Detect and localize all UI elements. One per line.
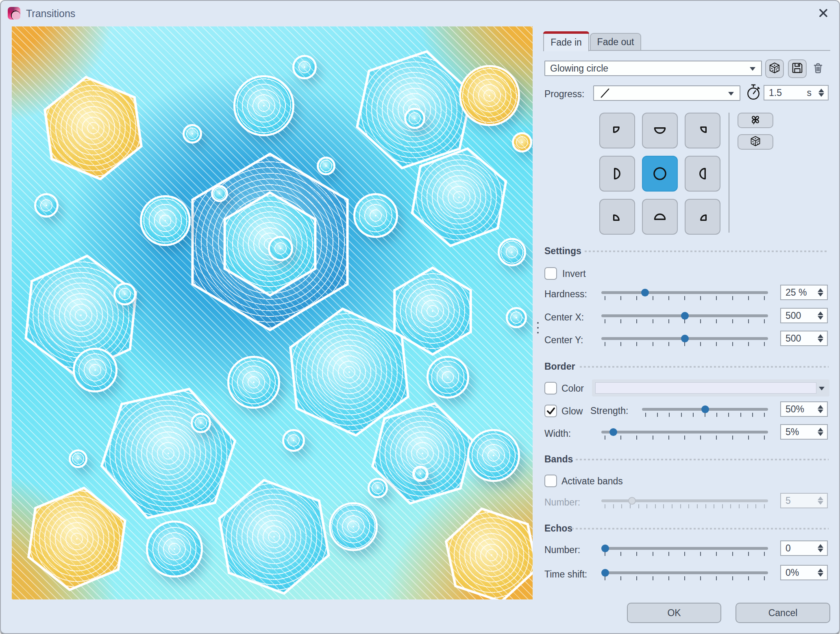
spin-up-button[interactable] bbox=[818, 334, 823, 338]
spin-up-button[interactable] bbox=[818, 497, 823, 500]
centery-spinbox[interactable]: 500 bbox=[780, 331, 828, 346]
save-preset-button[interactable] bbox=[788, 59, 807, 78]
tick bbox=[653, 576, 653, 580]
tick bbox=[693, 413, 694, 417]
tick bbox=[636, 342, 637, 346]
delete-preset-button[interactable] bbox=[809, 60, 827, 78]
stopwatch-icon bbox=[746, 96, 761, 102]
strength-spinbox[interactable]: 50% bbox=[780, 401, 828, 417]
clover-button[interactable] bbox=[738, 113, 773, 128]
pattern-circle bbox=[506, 307, 527, 328]
tick bbox=[705, 413, 705, 417]
duration-unit: s bbox=[807, 87, 812, 98]
echos_number-spinbox[interactable]: 0 bbox=[780, 540, 828, 556]
spin-up-button[interactable] bbox=[818, 405, 823, 409]
origin-bottom-right-icon bbox=[693, 207, 712, 226]
echos_number-slider-handle[interactable] bbox=[601, 545, 609, 552]
border-color-select[interactable] bbox=[592, 379, 829, 397]
spin-down-button[interactable] bbox=[818, 93, 824, 97]
random-preset-button[interactable] bbox=[765, 59, 784, 78]
pattern-circle bbox=[140, 195, 191, 246]
centerx-slider-handle[interactable] bbox=[681, 312, 689, 320]
activate-checkbox[interactable] bbox=[544, 475, 557, 487]
origin-cell-right[interactable] bbox=[685, 156, 720, 192]
time_shift-spinbox[interactable]: 0% bbox=[780, 565, 828, 580]
activate-checkbox-label: Activate bands bbox=[561, 476, 623, 487]
centery-slider-handle[interactable] bbox=[681, 335, 689, 342]
tick bbox=[657, 413, 658, 417]
spin-down-button[interactable] bbox=[818, 339, 823, 342]
pattern-circle bbox=[233, 75, 294, 136]
echos_number-slider-track[interactable] bbox=[601, 547, 768, 550]
tick bbox=[684, 342, 685, 346]
tick bbox=[668, 319, 669, 323]
origin-cell-top-left[interactable] bbox=[599, 113, 635, 148]
dice-icon bbox=[768, 62, 781, 76]
spin-down-button[interactable] bbox=[818, 293, 823, 296]
origin-top-icon bbox=[651, 121, 669, 140]
glow-checkbox[interactable] bbox=[544, 405, 557, 417]
centerx-spinbox[interactable]: 500 bbox=[780, 308, 828, 323]
tick bbox=[668, 576, 669, 580]
pattern-hexagon-fill bbox=[437, 501, 533, 599]
progress-curve-select[interactable] bbox=[593, 85, 740, 101]
tick bbox=[605, 504, 605, 508]
spin-up-button[interactable] bbox=[818, 288, 823, 292]
hardness-slider-handle[interactable] bbox=[641, 289, 649, 296]
tick bbox=[748, 296, 749, 300]
time_shift-label: Time shift: bbox=[544, 569, 587, 580]
pattern-circle bbox=[183, 124, 202, 144]
strength-slider-handle[interactable] bbox=[701, 405, 709, 413]
spin-up-button[interactable] bbox=[818, 312, 823, 315]
echos-section-rule bbox=[572, 528, 829, 529]
tick bbox=[716, 552, 717, 556]
tab-fade-in[interactable]: Fade in bbox=[543, 31, 589, 51]
width-slider-track[interactable] bbox=[601, 431, 768, 434]
tick bbox=[764, 319, 765, 323]
spin-up-button[interactable] bbox=[818, 428, 823, 431]
tick bbox=[605, 296, 605, 300]
origin-cell-bottom[interactable] bbox=[642, 199, 678, 235]
origin-cell-bottom-left[interactable] bbox=[599, 199, 635, 235]
close-button[interactable] bbox=[815, 5, 831, 21]
origin-cell-top-right[interactable] bbox=[685, 113, 720, 148]
origin-cell-bottom-right[interactable] bbox=[685, 199, 720, 235]
spin-down-button[interactable] bbox=[818, 549, 823, 552]
spin-up-button[interactable] bbox=[818, 569, 823, 572]
origin-cell-left[interactable] bbox=[599, 156, 635, 192]
spin-down-button[interactable] bbox=[818, 432, 823, 436]
width-spinbox[interactable]: 5% bbox=[780, 424, 828, 440]
tick bbox=[668, 552, 669, 556]
time_shift-slider-track[interactable] bbox=[601, 571, 768, 574]
tick bbox=[732, 296, 733, 300]
hardness-spinbox[interactable]: 25 % bbox=[780, 285, 828, 300]
tab-fade-out[interactable]: Fade out bbox=[590, 33, 641, 50]
width-slider-handle[interactable] bbox=[609, 428, 617, 436]
origin-cell-center[interactable] bbox=[642, 156, 678, 192]
time_shift-slider-handle[interactable] bbox=[601, 569, 609, 577]
pattern-circle bbox=[467, 429, 520, 482]
spin-down-button[interactable] bbox=[818, 316, 823, 320]
preset-select[interactable]: Glowing circle bbox=[544, 61, 762, 76]
bands_number-slider-track[interactable] bbox=[601, 499, 768, 502]
duration-spinbox[interactable]: 1.5 s bbox=[764, 85, 829, 100]
spin-down-button[interactable] bbox=[818, 573, 823, 577]
invert-checkbox[interactable] bbox=[544, 267, 557, 280]
splitter-grip[interactable] bbox=[536, 322, 540, 333]
pattern-circle bbox=[329, 502, 378, 551]
bands_number-spinbox[interactable]: 5 bbox=[780, 493, 828, 508]
bands_number-slider-handle[interactable] bbox=[628, 497, 636, 505]
duration-timer-button[interactable] bbox=[746, 83, 761, 103]
hardness-slider-track[interactable] bbox=[601, 291, 768, 294]
pattern-circle bbox=[268, 236, 293, 261]
color-checkbox[interactable] bbox=[544, 382, 557, 394]
spin-up-button[interactable] bbox=[818, 89, 824, 92]
spin-down-button[interactable] bbox=[818, 410, 823, 413]
origin-cell-top[interactable] bbox=[642, 113, 678, 148]
spin-up-button[interactable] bbox=[818, 544, 823, 548]
cancel-button[interactable]: Cancel bbox=[736, 603, 830, 623]
spin-down-button[interactable] bbox=[818, 501, 823, 505]
random-position-button[interactable] bbox=[738, 134, 773, 150]
ok-button[interactable]: OK bbox=[627, 603, 721, 623]
pattern-circle bbox=[292, 55, 317, 79]
